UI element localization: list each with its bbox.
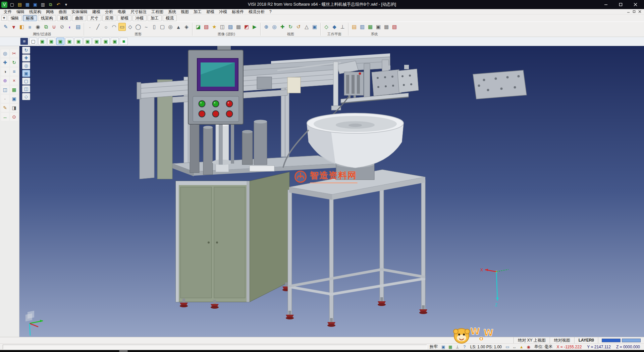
viewport-3d[interactable]: X Z ↻✚◎▣▢◫◇ 智造资料网 (0, 46, 644, 337)
visi-logo[interactable]: V (1, 2, 7, 8)
menu-item[interactable]: 线架构 (27, 9, 44, 14)
erase-icon[interactable]: × (10, 77, 18, 85)
rotate-icon[interactable]: ↻ (10, 58, 18, 67)
dynamic-pan-icon[interactable]: ✚ (22, 54, 30, 61)
ribbon-tab[interactable]: 尺寸 (87, 15, 101, 21)
mdi-close-button[interactable] (637, 10, 642, 14)
cone-tool-icon[interactable]: ▲ (175, 23, 182, 31)
ellipse-tool-icon[interactable]: ◯ (135, 23, 142, 31)
snap-lock-icon[interactable]: ▣ (440, 344, 446, 350)
point-icon[interactable]: ∙ (1, 95, 9, 103)
ribbon-tab[interactable]: 曲面 (72, 15, 86, 21)
screen-config-icon[interactable]: ▭ (504, 344, 511, 350)
dynamic-zoom-icon[interactable]: ◎ (22, 62, 30, 69)
dynamic-view-icon[interactable]: △ (303, 23, 310, 31)
wireframe-view-icon[interactable]: ▢ (29, 38, 37, 45)
solid-icon[interactable]: ▣ (10, 95, 18, 103)
full-screen-icon[interactable]: ▣ (311, 23, 318, 31)
arc-tool-icon[interactable]: ◠ (110, 23, 118, 31)
zoom-select-icon[interactable]: ◎ (1, 49, 9, 57)
line-tool-icon[interactable]: ╱ (94, 23, 102, 31)
color-swatch-icon[interactable]: ◧ (18, 23, 25, 31)
menu-item[interactable]: 标准件 (229, 9, 246, 14)
workplane-align-icon[interactable]: ◆ (331, 23, 338, 31)
background-icon[interactable]: ▩ (235, 23, 242, 31)
profile-tool-icon[interactable]: ◈ (183, 23, 190, 31)
iso-view-icon[interactable]: ▣ (38, 38, 46, 45)
axonometric-view-icon[interactable]: ▣ (111, 38, 119, 45)
refresh-icon[interactable]: ⊙ (10, 113, 18, 121)
perspective-icon[interactable]: ◇ (22, 93, 30, 100)
import-icon[interactable]: ▦ (24, 2, 31, 8)
sphere-tool-icon[interactable]: ◎ (167, 23, 174, 31)
layers-icon[interactable]: ≡ (10, 68, 18, 76)
polygon-tool-icon[interactable]: ◇ (126, 23, 134, 31)
layer-color-bar-2[interactable] (622, 339, 641, 342)
display-settings-icon[interactable]: ▥ (359, 23, 366, 31)
wireframe-mode-icon[interactable]: ▢ (22, 78, 30, 85)
bottom-view-icon[interactable]: ▣ (93, 38, 101, 45)
measure-unit-icon[interactable]: ↔ (512, 344, 518, 350)
ribbon-tab[interactable]: 编辑 (8, 15, 22, 21)
ribbon-tab[interactable]: 线架构 (38, 15, 56, 21)
right-view-icon[interactable]: ▣ (65, 38, 73, 45)
stretch-icon[interactable]: ↔ (1, 113, 9, 121)
active-layer-readout[interactable]: LAYER0 (574, 337, 598, 343)
undo-icon[interactable]: ↶ (55, 2, 61, 8)
match-properties-icon[interactable]: ▤ (74, 23, 82, 31)
model-backing-plate[interactable] (473, 70, 527, 99)
open-file-icon[interactable]: ▤ (17, 2, 23, 8)
new-file-icon[interactable]: ▢ (9, 2, 15, 8)
box-tool-icon[interactable]: ▢ (159, 23, 166, 31)
back-view-icon[interactable]: ▣ (84, 38, 92, 45)
ribbon-tab[interactable]: 模流 (163, 15, 177, 21)
menu-item[interactable]: 系统 (166, 9, 178, 14)
ribbon-tab[interactable]: 塑模 (117, 15, 131, 21)
pan-view-icon[interactable]: ✚ (279, 23, 286, 31)
menu-item[interactable]: 实体编辑 (69, 9, 90, 14)
menu-item[interactable]: 网格 (44, 9, 56, 14)
mirror-icon[interactable]: ◫ (1, 86, 9, 94)
menu-item[interactable]: 冲模 (217, 9, 229, 14)
animation-icon[interactable]: ▶ (251, 23, 258, 31)
hidden-line-icon[interactable]: ◫ (22, 85, 30, 92)
workplane-normal-icon[interactable]: ⊥ (339, 23, 346, 31)
layer-color-bar-1[interactable] (602, 339, 621, 342)
rotate-view-icon[interactable]: ↻ (287, 23, 294, 31)
spline-tool-icon[interactable]: ~ (143, 23, 150, 31)
ribbon-tab[interactable]: 标准 (23, 15, 37, 21)
top-view-icon[interactable]: ▣ (47, 38, 55, 45)
ribbon-tab[interactable]: 应用 (102, 15, 116, 21)
material-icon[interactable]: ▨ (227, 23, 234, 31)
abs-view-readout[interactable]: 绝对视图 (550, 337, 574, 343)
rectangle-tool-icon[interactable]: ▭ (118, 23, 126, 31)
menu-item[interactable]: 加工 (191, 9, 204, 14)
front-view-icon[interactable]: ▣ (56, 38, 64, 45)
warning-icon[interactable]: ▲ (519, 344, 525, 350)
zoom-window-icon[interactable]: ◎ (271, 23, 278, 31)
menu-item[interactable]: 尺寸标注 (128, 9, 149, 14)
workplane-create-icon[interactable]: ◇ (323, 23, 330, 31)
menu-item[interactable]: 分析 (103, 9, 115, 14)
help-icon[interactable]: ? (462, 344, 468, 350)
point-tool-icon[interactable]: · (86, 23, 94, 31)
view-menu-icon[interactable]: ≡ (20, 38, 28, 45)
previous-view-icon[interactable]: ↺ (295, 23, 302, 31)
attribute-edit-icon[interactable]: ✎ (2, 23, 9, 31)
notify-icon[interactable]: ◉ (526, 344, 532, 350)
shaded-mode-icon[interactable]: ▣ (22, 70, 30, 77)
grid-icon[interactable]: ▦ (10, 86, 18, 94)
move-icon[interactable]: ✚ (1, 58, 9, 67)
shaded-view-icon[interactable]: ■ (120, 38, 128, 45)
menu-item[interactable]: ? (267, 9, 274, 14)
ribbon-tab[interactable]: 冲模 (132, 15, 147, 21)
menu-item[interactable]: 塑模 (204, 9, 217, 14)
menu-item[interactable]: 模流分析 (246, 9, 267, 14)
qat-menu-caret[interactable]: ▾ (63, 2, 69, 8)
shade-icon[interactable]: ◑ (1, 68, 9, 76)
paint-properties-icon[interactable]: ◐ (66, 23, 74, 31)
menu-item[interactable]: 文件 (1, 9, 14, 14)
menu-item[interactable]: 电极 (115, 9, 128, 14)
ribbon-tab[interactable]: 建模 (57, 15, 71, 21)
print-icon[interactable]: ▥ (40, 2, 46, 8)
